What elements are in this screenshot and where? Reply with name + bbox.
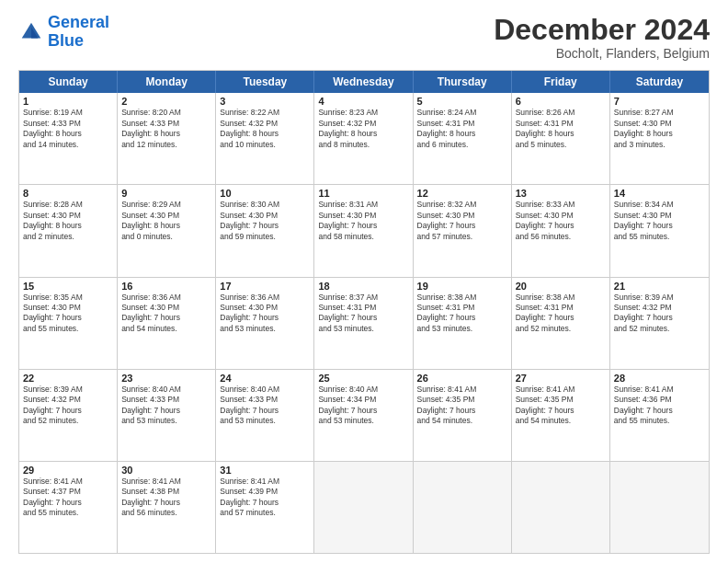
cell-line: and 52 minutes. [516,324,606,334]
cell-line: and 0 minutes. [121,232,211,242]
day-number: 11 [318,188,408,199]
cell-line: Daylight: 7 hours [220,406,310,416]
cell-line: and 58 minutes. [318,232,408,242]
day-cell-7: 7Sunrise: 8:27 AMSunset: 4:30 PMDaylight… [610,93,709,184]
cell-line: Sunrise: 8:39 AM [614,293,705,303]
day-number: 23 [121,373,211,384]
cell-line: and 53 minutes. [417,324,507,334]
cell-line: Sunrise: 8:40 AM [318,385,408,395]
cell-line: Daylight: 7 hours [121,498,211,508]
cell-line: Daylight: 8 hours [614,129,705,139]
day-number: 21 [614,281,705,292]
cell-line: and 52 minutes. [614,324,705,334]
calendar-body: 1Sunrise: 8:19 AMSunset: 4:33 PMDaylight… [19,93,709,553]
calendar-row-4: 22Sunrise: 8:39 AMSunset: 4:32 PMDayligh… [19,369,709,461]
cell-line: Sunrise: 8:33 AM [516,200,606,210]
day-cell-16: 16Sunrise: 8:36 AMSunset: 4:30 PMDayligh… [118,278,216,369]
header-day-saturday: Saturday [610,71,709,93]
cell-line: Sunset: 4:30 PM [318,211,408,221]
cell-line: and 53 minutes. [220,324,310,334]
cell-line: Sunset: 4:30 PM [220,211,310,221]
cell-line: Sunset: 4:31 PM [417,119,507,129]
empty-cell [314,462,413,553]
logo-icon [18,19,44,45]
cell-line: Daylight: 7 hours [614,406,705,416]
day-number: 4 [318,96,408,107]
header-day-monday: Monday [118,71,216,93]
cell-line: Sunrise: 8:39 AM [23,385,113,395]
cell-line: Sunrise: 8:31 AM [318,200,408,210]
cell-line: Daylight: 8 hours [23,221,113,231]
day-number: 1 [23,96,113,107]
cell-line: Sunset: 4:38 PM [121,487,211,497]
cell-line: and 53 minutes. [318,416,408,426]
cell-line: and 56 minutes. [121,508,211,518]
cell-line: Sunset: 4:35 PM [516,395,606,405]
cell-line: Sunset: 4:33 PM [121,395,211,405]
calendar-row-5: 29Sunrise: 8:41 AMSunset: 4:37 PMDayligh… [19,461,709,553]
day-number: 27 [516,373,606,384]
day-number: 30 [121,465,211,476]
day-cell-15: 15Sunrise: 8:35 AMSunset: 4:30 PMDayligh… [19,278,118,369]
cell-line: and 52 minutes. [23,416,113,426]
cell-line: Daylight: 7 hours [23,498,113,508]
cell-line: Daylight: 7 hours [220,498,310,508]
cell-line: Daylight: 8 hours [121,129,211,139]
header-day-wednesday: Wednesday [314,71,413,93]
cell-line: Daylight: 7 hours [318,221,408,231]
cell-line: Sunrise: 8:36 AM [220,293,310,303]
day-number: 3 [220,96,310,107]
cell-line: Sunrise: 8:28 AM [23,200,113,210]
cell-line: Daylight: 7 hours [516,313,606,323]
cell-line: Sunset: 4:33 PM [121,119,211,129]
day-cell-18: 18Sunrise: 8:37 AMSunset: 4:31 PMDayligh… [314,278,413,369]
cell-line: Sunset: 4:36 PM [614,395,705,405]
cell-line: Sunset: 4:31 PM [516,119,606,129]
cell-line: Sunrise: 8:19 AM [23,108,113,118]
cell-line: Sunset: 4:32 PM [220,119,310,129]
day-cell-28: 28Sunrise: 8:41 AMSunset: 4:36 PMDayligh… [610,370,709,461]
cell-line: Sunset: 4:32 PM [318,119,408,129]
logo: General Blue [18,14,109,51]
header: General Blue December 2024 Bocholt, Flan… [18,14,710,61]
cell-line: Sunset: 4:31 PM [318,303,408,313]
cell-line: and 53 minutes. [220,416,310,426]
day-number: 13 [516,188,606,199]
cell-line: Daylight: 7 hours [121,406,211,416]
day-number: 25 [318,373,408,384]
cell-line: Sunset: 4:30 PM [23,303,113,313]
header-day-thursday: Thursday [414,71,512,93]
cell-line: Daylight: 8 hours [417,129,507,139]
day-cell-27: 27Sunrise: 8:41 AMSunset: 4:35 PMDayligh… [512,370,610,461]
cell-line: Daylight: 7 hours [417,313,507,323]
day-cell-23: 23Sunrise: 8:40 AMSunset: 4:33 PMDayligh… [118,370,216,461]
cell-line: Daylight: 7 hours [516,221,606,231]
cell-line: Sunset: 4:30 PM [516,211,606,221]
day-cell-25: 25Sunrise: 8:40 AMSunset: 4:34 PMDayligh… [314,370,413,461]
day-cell-8: 8Sunrise: 8:28 AMSunset: 4:30 PMDaylight… [19,185,118,276]
cell-line: Daylight: 7 hours [318,313,408,323]
empty-cell [610,462,709,553]
cell-line: Sunset: 4:30 PM [121,211,211,221]
day-number: 22 [23,373,113,384]
cell-line: and 57 minutes. [220,508,310,518]
cell-line: Daylight: 7 hours [318,406,408,416]
location-subtitle: Bocholt, Flanders, Belgium [494,46,710,61]
cell-line: Sunset: 4:35 PM [417,395,507,405]
day-cell-12: 12Sunrise: 8:32 AMSunset: 4:30 PMDayligh… [414,185,512,276]
cell-line: Daylight: 7 hours [614,221,705,231]
day-number: 31 [220,465,310,476]
cell-line: Sunset: 4:30 PM [614,119,705,129]
day-cell-1: 1Sunrise: 8:19 AMSunset: 4:33 PMDaylight… [19,93,118,184]
calendar-header: SundayMondayTuesdayWednesdayThursdayFrid… [19,71,709,93]
cell-line: Sunrise: 8:40 AM [121,385,211,395]
page: General Blue December 2024 Bocholt, Flan… [0,0,728,563]
cell-line: and 55 minutes. [614,416,705,426]
cell-line: and 53 minutes. [121,416,211,426]
day-number: 5 [417,96,507,107]
cell-line: Daylight: 8 hours [220,129,310,139]
cell-line: Sunset: 4:32 PM [23,395,113,405]
cell-line: Sunrise: 8:34 AM [614,200,705,210]
cell-line: Sunrise: 8:41 AM [614,385,705,395]
cell-line: Sunset: 4:30 PM [23,211,113,221]
